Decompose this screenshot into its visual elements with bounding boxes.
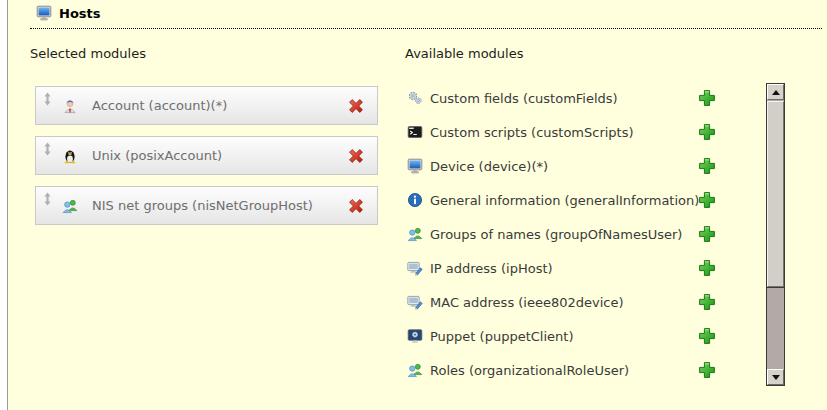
available-module-row: MAC address (ieee802device) xyxy=(407,292,729,312)
account-person-icon xyxy=(62,98,78,114)
tux-penguin-icon xyxy=(62,148,78,164)
info-icon xyxy=(407,192,423,208)
group-icon xyxy=(407,362,423,378)
drag-handle-icon[interactable] xyxy=(42,92,53,106)
section-header: Hosts xyxy=(30,5,822,29)
gears-icon xyxy=(407,90,423,106)
add-module-button[interactable] xyxy=(698,89,716,107)
module-label: IP address (ipHost) xyxy=(430,261,553,276)
selected-module-row[interactable]: NIS net groups (nisNetGroupHost) xyxy=(35,186,378,225)
available-module-row: IP address (ipHost) xyxy=(407,258,729,278)
remove-module-button[interactable] xyxy=(347,147,365,165)
add-module-button[interactable] xyxy=(698,157,716,175)
remove-module-button[interactable] xyxy=(347,197,365,215)
selected-module-row[interactable]: Account (account)(*) xyxy=(35,86,378,125)
add-module-button[interactable] xyxy=(698,259,716,277)
module-label: Roles (organizationalRoleUser) xyxy=(430,363,629,378)
available-module-row: Custom scripts (customScripts) xyxy=(407,122,729,142)
available-module-row: Roles (organizationalRoleUser) xyxy=(407,360,729,380)
selected-module-row[interactable]: Unix (posixAccount) xyxy=(35,136,378,175)
add-module-button[interactable] xyxy=(698,225,716,243)
module-label: Device (device)(*) xyxy=(430,159,548,174)
computer-edit-icon xyxy=(407,260,423,276)
scroll-down-button[interactable] xyxy=(767,369,784,385)
module-label: Custom fields (customFields) xyxy=(430,91,618,106)
available-module-row: Groups of names (groupOfNamesUser) xyxy=(407,224,729,244)
module-label: General information (generalInformation) xyxy=(430,193,699,208)
module-label: Custom scripts (customScripts) xyxy=(430,125,634,140)
module-label: Unix (posixAccount) xyxy=(92,148,222,163)
scrollbar-thumb[interactable] xyxy=(767,101,784,287)
module-label: NIS net groups (nisNetGroupHost) xyxy=(92,198,313,213)
group-icon xyxy=(407,226,423,242)
available-modules-label: Available modules xyxy=(405,46,523,61)
remove-module-button[interactable] xyxy=(347,97,365,115)
module-selection-page: Hosts Selected modules Available modules… xyxy=(0,0,827,410)
page-title: Hosts xyxy=(59,6,101,21)
add-module-button[interactable] xyxy=(698,361,716,379)
drag-handle-icon[interactable] xyxy=(42,192,53,206)
monitor-icon xyxy=(407,158,423,174)
module-label: Puppet (puppetClient) xyxy=(430,329,573,344)
module-label: Account (account)(*) xyxy=(92,98,227,113)
drag-handle-icon[interactable] xyxy=(42,142,53,156)
available-module-row: General information (generalInformation) xyxy=(407,190,729,210)
add-module-button[interactable] xyxy=(698,123,716,141)
group-icon xyxy=(62,198,78,214)
module-label: MAC address (ieee802device) xyxy=(430,295,624,310)
arrow-up-icon xyxy=(772,90,780,95)
arrow-down-icon xyxy=(772,375,780,380)
computer-edit-icon xyxy=(407,294,423,310)
scroll-up-button[interactable] xyxy=(767,84,784,100)
add-module-button[interactable] xyxy=(698,327,716,345)
host-monitor-icon xyxy=(36,5,52,21)
available-module-row: Puppet (puppetClient) xyxy=(407,326,729,346)
add-module-button[interactable] xyxy=(698,293,716,311)
page-left-border xyxy=(0,0,8,410)
terminal-icon xyxy=(407,124,423,140)
scrollbar[interactable] xyxy=(766,83,785,386)
available-module-row: Device (device)(*) xyxy=(407,156,729,176)
add-module-button[interactable] xyxy=(698,191,716,209)
puppet-icon xyxy=(407,328,423,344)
scrollbar-track[interactable] xyxy=(767,288,784,370)
available-module-row: Custom fields (customFields) xyxy=(407,88,729,108)
module-label: Groups of names (groupOfNamesUser) xyxy=(430,227,682,242)
selected-modules-label: Selected modules xyxy=(30,46,146,61)
